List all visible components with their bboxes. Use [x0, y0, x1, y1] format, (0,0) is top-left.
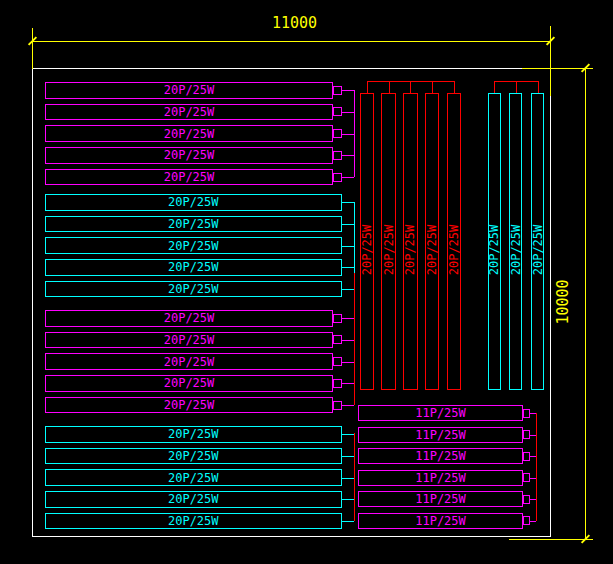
rack-bar-label: 20P/25W [164, 399, 215, 411]
connector-line [342, 267, 355, 268]
rack-bar-label: 11P/25W [415, 407, 466, 419]
connector-stub [333, 401, 342, 410]
rack-bar-label: 20P/25W [168, 196, 219, 208]
connector-stub [333, 379, 342, 388]
rack-bar-label: 20P/25W [168, 261, 219, 273]
rack-bar[interactable]: 20P/25W [45, 169, 333, 186]
connector-stub [333, 107, 342, 116]
rack-bar[interactable]: 20P/25W [45, 125, 333, 142]
dim-line-top [32, 41, 550, 42]
rack-bar-label: 20P/25W [168, 472, 219, 484]
connector-line [342, 499, 355, 500]
rack-bar-label: 20P/25W [359, 220, 375, 280]
bus-line [354, 273, 355, 405]
header-bus-line [367, 81, 454, 82]
connector-stub [523, 473, 530, 482]
rack-bar[interactable]: 20P/25W [45, 310, 333, 327]
connector-stub [333, 335, 342, 344]
connector-stub [333, 86, 342, 95]
connector-line [342, 478, 355, 479]
header-riser-line [432, 81, 433, 93]
connector-line [342, 112, 355, 113]
rack-bar[interactable]: 20P/25W [45, 469, 342, 486]
rack-bar[interactable]: 20P/25W [45, 216, 342, 233]
rack-bar-label: 20P/25W [486, 220, 502, 280]
connector-line [342, 362, 355, 363]
rack-bar[interactable]: 20P/25W [45, 259, 342, 276]
connector-stub [333, 173, 342, 182]
rack-bar-label: 11P/25W [415, 472, 466, 484]
rack-bar-label: 20P/25W [381, 220, 397, 280]
connector-line [342, 155, 355, 156]
connector-line [342, 434, 355, 435]
rack-bar[interactable]: 11P/25W [358, 513, 523, 529]
rack-bar-label: 20P/25W [446, 220, 462, 280]
connector-stub [523, 409, 530, 418]
extension-line-right-top [550, 26, 551, 96]
rack-bar[interactable]: 20P/25W [45, 104, 333, 121]
rack-bar[interactable]: 20P/25W [45, 82, 333, 99]
rack-bar-label: 20P/25W [164, 171, 215, 183]
header-bus-line [494, 81, 538, 82]
connector-line [342, 246, 355, 247]
connector-stub [333, 129, 342, 138]
header-riser-line [454, 81, 455, 93]
bus-line [536, 413, 537, 521]
rack-bar-label: 20P/25W [168, 515, 219, 527]
rack-bar[interactable]: 20P/25W [45, 513, 342, 530]
rack-bar-label: 20P/25W [508, 220, 524, 280]
cad-drawing-canvas: 11000 10000 20P/25W20P/25W20P/25W20P/25W… [0, 0, 613, 564]
rack-bar[interactable]: 20P/25W [45, 194, 342, 211]
rack-bar[interactable]: 20P/25W [45, 281, 342, 298]
connector-line [342, 224, 355, 225]
connector-stub [523, 430, 530, 439]
connector-line [342, 134, 355, 135]
header-riser-line [389, 81, 390, 93]
rack-bar-label: 20P/25W [164, 84, 215, 96]
rack-bar-label: 20P/25W [402, 220, 418, 280]
rack-bar-label: 20P/25W [164, 149, 215, 161]
rack-bar-label: 20P/25W [164, 106, 215, 118]
rack-bar[interactable]: 11P/25W [358, 491, 523, 507]
rack-bar[interactable]: 20P/25W [45, 491, 342, 508]
connector-line [342, 383, 355, 384]
rack-bar-label: 11P/25W [415, 450, 466, 462]
dim-top-label: 11000 [272, 16, 317, 31]
rack-bar[interactable]: 20P/25W [45, 397, 333, 414]
connector-line [342, 289, 355, 290]
connector-line [342, 405, 355, 406]
rack-bar[interactable]: 11P/25W [358, 427, 523, 443]
rack-bar-label: 20P/25W [164, 334, 215, 346]
bus-line [354, 433, 355, 521]
connector-line [530, 521, 536, 522]
rack-bar[interactable]: 20P/25W [45, 147, 333, 164]
rack-bar-label: 11P/25W [415, 429, 466, 441]
header-riser-line [516, 81, 517, 93]
rack-bar-label: 20P/25W [168, 450, 219, 462]
rack-bar-label: 20P/25W [168, 493, 219, 505]
rack-bar[interactable]: 20P/25W [45, 353, 333, 370]
rack-bar-label: 20P/25W [168, 218, 219, 230]
rack-bar-label: 20P/25W [424, 220, 440, 280]
connector-stub [333, 314, 342, 323]
rack-bar[interactable]: 11P/25W [358, 470, 523, 486]
connector-line [342, 456, 355, 457]
connector-stub [523, 495, 530, 504]
rack-bar[interactable]: 20P/25W [45, 332, 333, 349]
bus-line [354, 90, 355, 177]
connector-stub [333, 357, 342, 366]
rack-bar[interactable]: 20P/25W [45, 375, 333, 392]
rack-bar-label: 20P/25W [168, 428, 219, 440]
rack-bar[interactable]: 20P/25W [45, 448, 342, 465]
header-riser-line [410, 81, 411, 93]
rack-bar[interactable]: 20P/25W [45, 237, 342, 254]
connector-line [342, 90, 355, 91]
rack-bar[interactable]: 11P/25W [358, 405, 523, 421]
rack-bar[interactable]: 11P/25W [358, 448, 523, 464]
rack-bar-label: 11P/25W [415, 493, 466, 505]
rack-bar-label: 20P/25W [168, 283, 219, 295]
rack-bar[interactable]: 20P/25W [45, 426, 342, 443]
connector-stub [523, 516, 530, 525]
extension-line-left [32, 28, 33, 69]
rack-bar-label: 20P/25W [168, 240, 219, 252]
